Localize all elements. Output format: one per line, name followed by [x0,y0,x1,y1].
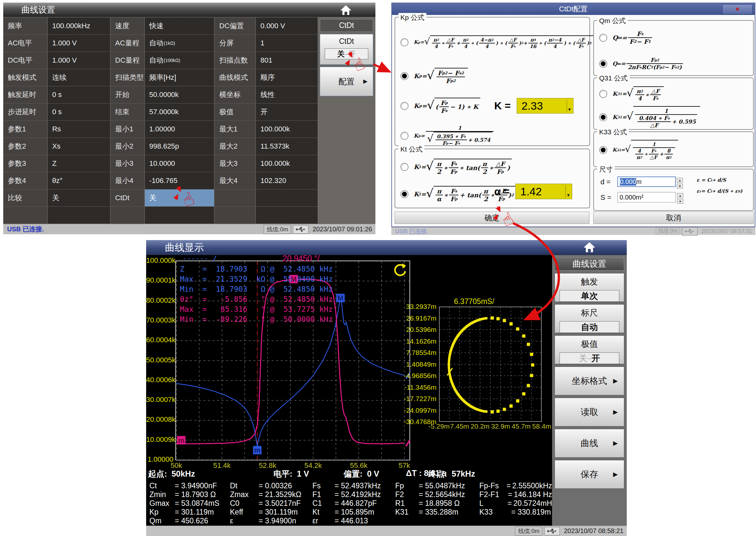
radio-button[interactable] [400,132,409,140]
settings-value-cell[interactable]: 100.000k [256,121,318,138]
settings-value-cell[interactable]: 0 s [48,86,110,103]
ok-button[interactable]: 确定 [395,212,590,224]
settings-value-cell[interactable]: 关 [145,189,214,206]
sidebar-button-曲线[interactable]: 曲线► [555,429,624,457]
settings-value-cell[interactable]: Z [48,155,110,172]
radio-button-selected[interactable] [599,113,607,121]
formula-option[interactable]: Qm = Fp22πFsRCT(Fp2 − Fs2) [594,50,753,77]
dropdown-arrow-icon[interactable]: ▼ [565,185,571,198]
settings-label-cell: AC量程 [111,35,144,51]
config-button[interactable]: 配置 ► [320,67,373,96]
settings-value-cell[interactable]: 102.320 [256,172,318,189]
settings-value-cell[interactable]: 100.000k [256,155,318,172]
sidebar-button-标尺[interactable]: 标尺自动 [555,304,624,333]
settings-value-cell[interactable]: 0.000 V [256,17,318,34]
y-axis-label: 90.0001k [146,276,173,285]
radio-button[interactable] [400,163,409,171]
radio-button-selected[interactable] [400,190,409,198]
rotate-icon[interactable] [392,263,407,278]
alpha-value-row: α = 1.42 ▼ [494,184,572,199]
sidebar-button-保存[interactable]: 保存► [555,460,624,488]
sidebar-button-极值[interactable]: 极值关-开 [555,335,624,364]
settings-value-cell[interactable]: 1 [256,35,318,51]
k-dropdown[interactable]: 2.33 ▼ [517,98,573,114]
formula: Qm = Fp22πFsRCT(Fp2 − Fs2) [612,57,684,70]
config-button-label: 配置 [339,76,355,87]
measurement-row: Qm=450.626ε=3.94900nεr=446.013 [146,517,552,525]
settings-value-cell[interactable]: 998.625p [145,138,214,155]
settings-value-cell[interactable]: Rs [48,121,110,138]
home-icon[interactable] [583,241,596,253]
s-spinner[interactable]: ▲▼ [677,193,683,204]
sidebar-button-坐标格式[interactable]: 坐标格式► [555,367,624,395]
settings-label-cell: 参数3 [3,155,47,172]
radio-button[interactable] [599,34,607,42]
settings-value-cell[interactable]: 1.000 V [48,35,110,51]
settings-row: DC电平1.000 VDC量程自动(100kΩ)扫描点数801 [3,52,318,69]
curve-title: 曲线显示 [165,241,204,254]
sidebar-button-value[interactable]: 自动 [559,321,619,333]
settings-value-cell[interactable]: 801 [256,52,318,69]
sidebar-button-value[interactable]: 单次 [559,290,619,302]
curve-marker-m: m [253,446,262,454]
settings-value-cell[interactable]: Xs [48,138,110,155]
settings-value-cell[interactable] [145,207,214,223]
radio-button[interactable] [400,102,409,110]
radio-button-selected[interactable] [400,72,409,80]
settings-value-cell[interactable]: 关 [48,189,110,206]
settings-value-cell[interactable]: θz° [48,172,110,189]
measurement-pair: L=20.5724mH [479,499,552,508]
formula-option[interactable]: Kp = √π24 ∗ △FFs + π24 ∗ (4−π24) ∗ (△FFs… [395,21,590,61]
formula-option[interactable]: Kp = 1√0.395 ∗ FsFp − Fs + 0.574 [395,121,590,151]
home-icon[interactable] [339,5,352,16]
settings-value-cell[interactable]: 线性 [256,86,318,103]
settings-value-cell[interactable]: 11.5373k [256,138,318,155]
settings-value-cell[interactable]: -106.765 [145,172,214,189]
close-button[interactable]: × [722,4,753,14]
radio-button-selected[interactable] [599,60,607,68]
sidebar-button-读取[interactable]: 读取► [555,398,624,426]
radio-button[interactable] [400,38,409,47]
settings-value-cell[interactable]: 50.0000k [145,86,214,103]
formula-option[interactable]: Qm = FsF2 − F1 [594,25,753,50]
settings-value-cell[interactable]: 顺序 [256,69,318,86]
settings-value-cell[interactable]: 自动(100kΩ) [145,52,214,69]
settings-value-cell[interactable]: 10.0000 [145,155,214,172]
settings-value-cell[interactable]: 0 s [48,104,110,120]
settings-value-cell[interactable]: 快速 [145,17,214,34]
formula-option[interactable]: K31 = √10.404 ∗ Fs△F + 0.595 [594,105,753,129]
d-input[interactable]: 0.000m ▲▼ [617,177,676,187]
formula-option[interactable]: K33 = √14π2 ∗ Fs△F + 8π2 [594,136,753,164]
ctdt-toggle-value[interactable]: 关-开 [325,48,368,59]
legend-line: Z = 18.7903 Ω @ 52.4850 kHz [180,264,333,274]
sidebar-button-value[interactable]: 关-开 [559,352,619,364]
radio-button-selected[interactable] [599,146,607,154]
alpha-dropdown[interactable]: 1.42 ▼ [515,184,572,199]
d-spinner[interactable]: ▲▼ [677,178,683,188]
settings-value-cell[interactable]: 频率[Hz] [145,69,214,86]
settings-value-cell[interactable]: 57.0000k [145,104,214,120]
formula-option[interactable]: Kt = √π2 ∗ FsFp ∗ tan(π2 ∗ △FFp) [395,153,590,181]
settings-value-cell[interactable]: 100.000kHz [48,17,110,34]
radio-button[interactable] [599,90,607,98]
dialog-titlebar[interactable]: CtDt配置 [392,3,755,15]
settings-value-cell[interactable]: 开 [256,104,318,120]
settings-value-cell[interactable] [256,189,318,206]
formula-option[interactable]: Kp = √Fp2 − Fs2Fp2 [395,61,590,91]
settings-value-cell[interactable] [256,207,318,223]
settings-value-cell[interactable]: 自动(1kΩ) [145,35,214,51]
settings-value-cell[interactable]: 连续 [48,69,110,86]
settings-value-cell[interactable] [48,207,110,223]
settings-value-cell[interactable]: 1.000 V [48,52,110,69]
k-label: K = [494,100,511,112]
settings-value-cell[interactable]: 1.00000 [145,121,214,138]
legend-line: Min = 18.7903 Ω @ 52.4850 kHz [180,284,333,294]
ctdt-toggle-button[interactable]: CtDt 关-开 [320,34,373,65]
circle-y-axis-label: -17.7227m [403,395,436,403]
formula-option[interactable]: K31 = √π24 ∗ △FFs [594,82,753,105]
s-input[interactable]: 0.000m² ▲▼ [617,192,676,202]
cancel-button[interactable]: 取消 [593,212,754,224]
sidebar-button-触发[interactable]: 触发单次 [555,273,624,302]
dropdown-arrow-icon[interactable]: ▼ [567,100,572,112]
settings-label-cell: 最大3 [215,155,255,172]
